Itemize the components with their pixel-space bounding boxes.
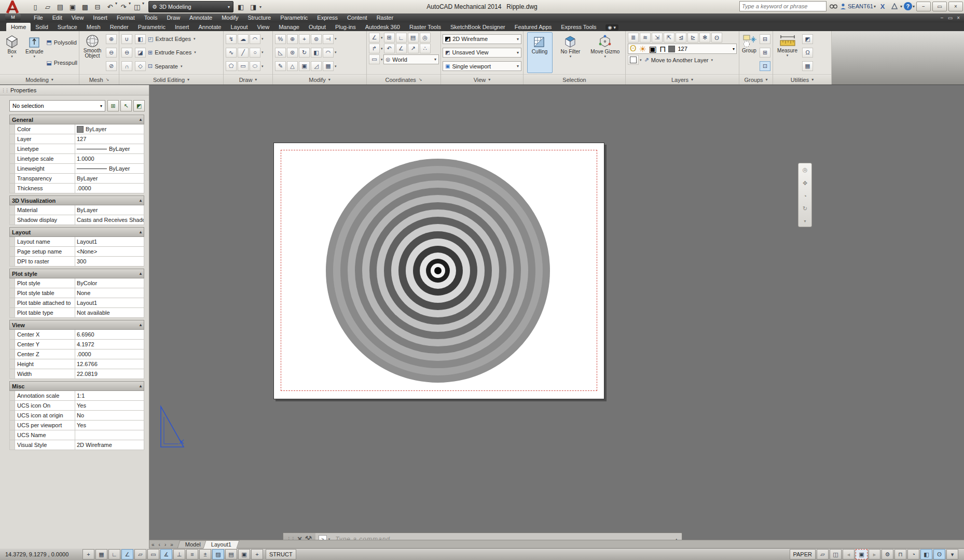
open-button[interactable]: ▱: [42, 1, 54, 12]
struct-button[interactable]: STRUCT: [266, 549, 296, 559]
tab-manage[interactable]: Manage: [274, 23, 304, 31]
chevron-down-icon[interactable]: ▾: [381, 47, 383, 51]
property-value[interactable]: Yes: [75, 421, 144, 430]
menu-edit[interactable]: Edit: [48, 13, 67, 22]
scale-button[interactable]: ▣: [299, 61, 310, 71]
extract-edges-button[interactable]: ◰ Extract Edges ▾: [148, 34, 197, 44]
quick-view-drawings-button[interactable]: ◫: [830, 549, 842, 559]
pan-icon[interactable]: ✥: [803, 180, 807, 187]
dynamic-input-toggle[interactable]: ±: [199, 549, 211, 559]
panel-label-mesh[interactable]: Mesh ↘: [79, 74, 119, 85]
layer-previous-button[interactable]: ⊵: [687, 33, 698, 43]
property-row[interactable]: Layer 127: [9, 134, 144, 144]
property-row[interactable]: Center Z .0000: [9, 349, 144, 359]
prev-viewport-button[interactable]: ◂: [843, 549, 855, 559]
culling-button[interactable]: Culling: [527, 32, 553, 73]
undo-button[interactable]: ↶: [104, 1, 116, 12]
property-value[interactable]: No: [75, 411, 144, 420]
layout-tab-layout1[interactable]: Layout1: [203, 540, 239, 549]
visual-style-selector[interactable]: ◢ 2D Wireframe ▾: [443, 34, 521, 44]
collapse-icon[interactable]: ▴: [140, 271, 142, 276]
layer-unlock-icon[interactable]: ⊓: [659, 44, 666, 54]
circle-button[interactable]: ○: [250, 48, 260, 58]
property-row[interactable]: Layout name Layout1: [9, 237, 144, 247]
layer-thaw-sun-icon[interactable]: ☀: [639, 44, 646, 54]
property-row[interactable]: Plot style table None: [9, 288, 144, 298]
property-value[interactable]: ByLayer: [75, 144, 144, 153]
panel-label-draw[interactable]: Draw ▾: [224, 74, 272, 85]
polysolid-button[interactable]: ⬒ Polysolid: [46, 38, 77, 47]
close-button[interactable]: ×: [948, 2, 963, 11]
next-viewport-button[interactable]: ▸: [869, 549, 880, 559]
property-value[interactable]: 6.6960: [75, 330, 144, 339]
property-row[interactable]: Linetype scale 1.0000: [9, 154, 144, 164]
select-objects-button[interactable]: ↖: [120, 100, 132, 111]
save-to-web-button[interactable]: ▤: [54, 1, 66, 12]
restore-button[interactable]: ▭: [932, 2, 947, 11]
section-header-misc[interactable]: Misc ▴: [9, 381, 144, 391]
property-value[interactable]: ByLayer: [75, 174, 144, 183]
property-row[interactable]: UCS Name: [9, 430, 144, 440]
section-header-plot-style[interactable]: Plot style ▴: [9, 269, 144, 278]
move-button[interactable]: +: [299, 34, 310, 44]
quick-select-button[interactable]: ◩: [802, 34, 813, 44]
layer-on-bulb-icon[interactable]: ʘ: [630, 44, 636, 54]
property-row[interactable]: Transparency ByLayer: [9, 174, 144, 184]
property-row[interactable]: Center Y 4.1972: [9, 340, 144, 349]
grid-display-toggle[interactable]: ▦: [95, 549, 107, 559]
3d-rotate-gizmo-button[interactable]: ⊛: [287, 48, 298, 58]
ortho-mode-toggle[interactable]: ∟: [108, 549, 120, 559]
tab-surface[interactable]: Surface: [53, 23, 82, 31]
menu-structure[interactable]: Structure: [243, 13, 276, 22]
measure-button[interactable]: Measure ▾: [775, 32, 800, 73]
smooth-more-button[interactable]: ⊕: [106, 34, 117, 44]
navigation-bar[interactable]: ◎ ✥ ◔ ↻ ▾: [798, 163, 812, 227]
align-button[interactable]: △: [287, 61, 298, 71]
infocenter-toggle-button[interactable]: ◧: [235, 1, 247, 12]
extrude-button[interactable]: Extrude ▾: [24, 32, 45, 73]
properties-palette-header[interactable]: ⋮⋮ Properties: [0, 85, 149, 95]
interfere-button[interactable]: ◧: [135, 34, 146, 44]
panel-label-coordinates[interactable]: Coordinates ↘: [367, 74, 440, 85]
property-value[interactable]: 300: [75, 257, 144, 266]
property-value[interactable]: Not available: [75, 308, 144, 317]
polar-tracking-toggle[interactable]: ∠: [121, 549, 133, 559]
property-row[interactable]: Color ByLayer: [9, 124, 144, 134]
layer-off-button[interactable]: ʘ: [711, 33, 722, 43]
annotation-monitor-toggle[interactable]: +: [251, 549, 263, 559]
section-header-general[interactable]: General ▴: [9, 115, 144, 124]
object-color-button[interactable]: [628, 55, 639, 65]
layout-paper-sheet[interactable]: [273, 143, 604, 399]
property-row[interactable]: Plot table type Not available: [9, 308, 144, 318]
chevron-down-icon[interactable]: ▾: [261, 64, 264, 68]
panel-label-solid-editing[interactable]: Solid Editing ▾: [119, 74, 223, 85]
panel-label-utilities[interactable]: Utilities ▾: [773, 74, 831, 85]
no-smooth-button[interactable]: ⊘: [106, 61, 117, 71]
property-value[interactable]: 2D Wireframe: [75, 440, 144, 450]
menu-view[interactable]: View: [67, 13, 89, 22]
3d-object-snap-toggle[interactable]: ▱: [134, 549, 146, 559]
tab-render[interactable]: Render: [105, 23, 133, 31]
polyline-button[interactable]: ↯: [226, 34, 237, 44]
ucs-z-axis-button[interactable]: ↗: [408, 44, 419, 53]
doc-close-icon[interactable]: ×: [957, 15, 960, 21]
selection-cycling-toggle[interactable]: ▣: [238, 549, 250, 559]
separate-button[interactable]: ⊡ Separate ▾: [148, 62, 197, 71]
qsave-button[interactable]: ▣: [66, 1, 79, 12]
named-ucs-button[interactable]: ▤: [408, 33, 419, 43]
property-value[interactable]: Layout1: [75, 237, 144, 246]
ucs-previous-button[interactable]: ↶: [384, 44, 395, 53]
transparency-toggle[interactable]: ▨: [212, 549, 224, 559]
property-value[interactable]: Casts and Receives Shadows: [75, 215, 144, 225]
3d-move-gizmo-button[interactable]: ⊕: [287, 34, 298, 44]
ucs-z-button[interactable]: ∠: [396, 44, 407, 53]
property-row[interactable]: Linetype ByLayer: [9, 144, 144, 154]
redo-button[interactable]: ↷: [117, 1, 130, 12]
command-line[interactable]: ⋮⋮ × ⚒ > ▾ Type a command ▴: [283, 533, 682, 540]
panel-label-selection[interactable]: Selection: [524, 74, 625, 85]
qnew-button[interactable]: ▯: [29, 1, 42, 12]
property-row[interactable]: Width 22.0819: [9, 369, 144, 379]
property-row[interactable]: Center X 6.6960: [9, 330, 144, 340]
signin-user[interactable]: SEANT61 ▾: [840, 3, 876, 10]
panel-label-groups[interactable]: Groups ▾: [739, 74, 773, 85]
